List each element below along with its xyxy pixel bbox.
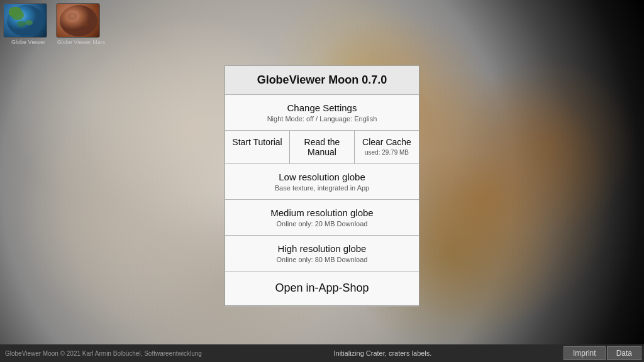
status-left-text: GlobeViewer Moon © 2021 Karl Armin Bolbü…: [0, 350, 202, 357]
svg-point-4: [60, 5, 97, 36]
low-res-globe-button[interactable]: Low resolution globe Base texture, integ…: [225, 164, 419, 200]
clear-cache-button[interactable]: Clear Cache used: 29.79 MB: [354, 131, 419, 163]
high-res-title: High resolution globe: [231, 243, 413, 254]
status-center-text: Initializing Crater, craters labels.: [202, 349, 564, 357]
status-buttons-container: Imprint Data: [564, 346, 644, 360]
open-shop-button[interactable]: Open in-App-Shop: [225, 272, 419, 305]
high-res-subtitle: Online only: 80 MB Download: [231, 256, 413, 263]
data-button[interactable]: Data: [607, 346, 641, 360]
svg-point-2: [25, 20, 33, 25]
globe-mars-icon[interactable]: [56, 3, 100, 38]
medium-res-title: Medium resolution globe: [231, 207, 413, 218]
dialog-title: GlobeViewer Moon 0.7.0: [225, 66, 419, 95]
medium-res-globe-button[interactable]: Medium resolution globe Online only: 20 …: [225, 200, 419, 236]
globe-icons-container: Globe Viewer Globe Viewer Mars: [3, 3, 106, 45]
globe-mars-wrapper[interactable]: Globe Viewer Mars: [56, 3, 106, 45]
imprint-button[interactable]: Imprint: [564, 346, 606, 360]
svg-point-5: [67, 13, 77, 20]
clear-cache-label: Clear Cache: [358, 137, 415, 147]
status-bar: GlobeViewer Moon © 2021 Karl Armin Bolbü…: [0, 344, 644, 362]
high-res-globe-button[interactable]: High resolution globe Online only: 80 MB…: [225, 236, 419, 272]
three-button-row: Start Tutorial Read the Manual Clear Cac…: [225, 131, 419, 164]
svg-point-3: [17, 21, 26, 27]
main-dialog: GlobeViewer Moon 0.7.0 Change Settings N…: [225, 65, 419, 306]
medium-res-subtitle: Online only: 20 MB Download: [231, 220, 413, 228]
globe-earth-icon[interactable]: [3, 3, 47, 38]
read-manual-label: Read the Manual: [294, 137, 350, 157]
svg-point-6: [82, 21, 88, 26]
globe-earth-wrapper[interactable]: Globe Viewer: [3, 3, 53, 45]
change-settings-label: Change Settings: [231, 102, 413, 113]
globe-earth-label: Globe Viewer: [3, 39, 53, 45]
low-res-subtitle: Base texture, integrated in App: [231, 184, 413, 192]
settings-subtitle: Night Mode: off / Language: English: [231, 115, 413, 123]
start-tutorial-button[interactable]: Start Tutorial: [225, 131, 289, 163]
clear-cache-subtitle: used: 29.79 MB: [358, 149, 415, 156]
change-settings-button[interactable]: Change Settings Night Mode: off / Langua…: [225, 95, 419, 131]
svg-point-0: [7, 5, 45, 36]
read-manual-button[interactable]: Read the Manual: [289, 131, 354, 163]
open-shop-label: Open in-App-Shop: [231, 282, 413, 295]
low-res-title: Low resolution globe: [231, 172, 413, 182]
start-tutorial-label: Start Tutorial: [229, 137, 286, 147]
globe-mars-label: Globe Viewer Mars: [56, 39, 106, 45]
svg-point-1: [11, 10, 24, 20]
